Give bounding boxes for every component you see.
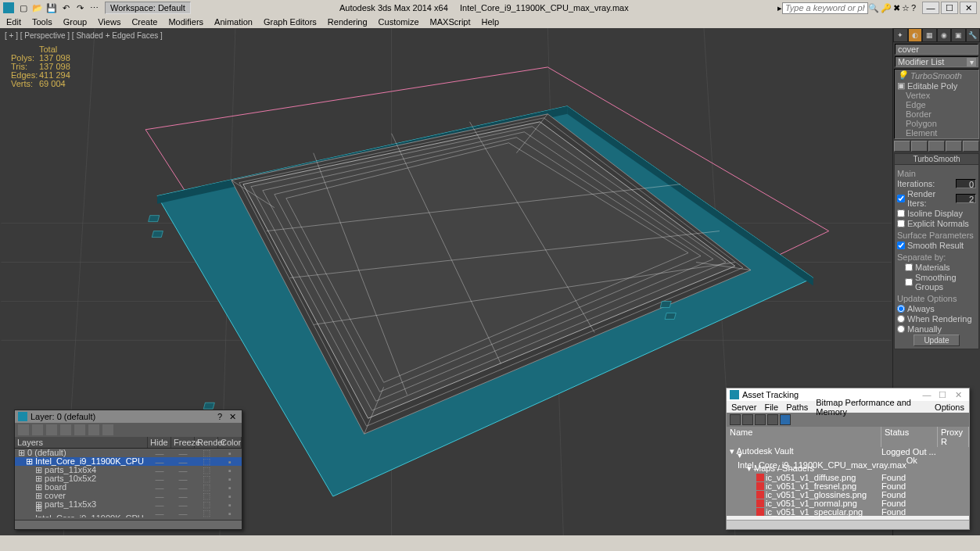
layer-scrollbar[interactable] (15, 520, 242, 529)
utilities-tab[interactable]: 🔧 (966, 28, 981, 42)
maximize-button[interactable]: ☐ (941, 2, 958, 14)
add-to-layer-button[interactable] (46, 424, 57, 435)
search-go-icon[interactable]: 🔍 (868, 3, 879, 13)
subobj-border[interactable]: Border (895, 109, 978, 119)
explicit-checkbox[interactable] (897, 220, 905, 227)
menu-animation[interactable]: Animation (214, 17, 253, 27)
open-icon[interactable]: 📂 (31, 2, 44, 14)
freeze-unfreeze-button[interactable] (102, 424, 113, 435)
exchange-icon[interactable]: ✖ (893, 3, 900, 13)
subobj-polygon[interactable]: Polygon (895, 119, 978, 128)
rollup-header[interactable]: TurboSmooth (895, 154, 978, 165)
update-always-radio[interactable] (897, 305, 905, 313)
hierarchy-tab[interactable]: ▦ (922, 28, 937, 42)
header-color[interactable]: Color (218, 437, 242, 448)
iterations-spinner[interactable]: 0 (956, 179, 976, 188)
subobj-vertex[interactable]: Vertex (895, 91, 978, 100)
layer-row[interactable]: ⊞ Intel_Core_i9_11900K_CPU——⬚▪ (15, 509, 242, 517)
asset-row[interactable]: ic_v051_v1_normal.pngFound (727, 499, 969, 507)
object-name-input[interactable]: cover (895, 44, 978, 55)
menu-maxscript[interactable]: MAXScript (430, 17, 471, 27)
asset-dialog-maximize-button[interactable]: ☐ (935, 390, 950, 400)
header-render[interactable]: Render (195, 437, 218, 448)
delete-layer-button[interactable] (32, 424, 43, 435)
mod-turbosmooth[interactable]: 💡 TurboSmooth (895, 70, 978, 81)
layer-dialog-close-button[interactable]: ✕ (226, 412, 239, 422)
asset-menu-file[interactable]: File (764, 403, 778, 412)
menu-create[interactable]: Create (131, 17, 157, 27)
project-icon[interactable]: ⋯ (88, 2, 100, 14)
header-freeze[interactable]: Freeze (171, 437, 195, 448)
asset-row[interactable]: ic_v051_v1_specular.pngFound (727, 507, 969, 516)
asset-menu-options[interactable]: Options (935, 403, 964, 412)
workspace-dropdown[interactable]: Workspace: Default (105, 2, 191, 14)
asset-scrollbar[interactable] (727, 520, 969, 529)
help-icon[interactable]: ? (911, 3, 916, 13)
layer-dialog-titlebar[interactable]: Layer: 0 (default) ? ✕ (15, 410, 242, 423)
asset-view3-button[interactable] (767, 414, 778, 425)
star-icon[interactable]: ☆ (902, 3, 910, 13)
asset-header-status[interactable]: Status (881, 427, 938, 447)
isoline-checkbox[interactable] (897, 209, 905, 217)
layer-dialog-help-button[interactable]: ? (214, 412, 226, 421)
asset-menu-bitmap[interactable]: Bitmap Performance and Memory (816, 398, 927, 417)
modify-tab[interactable]: ◐ (908, 28, 923, 42)
layer-tree[interactable]: ⊞ 0 (default)——⬚▪⊞ Intel_Core_i9_11900K_… (15, 449, 242, 517)
redo-icon[interactable]: ↷ (74, 2, 86, 14)
mod-editable-poly[interactable]: ▣ Editable Poly (895, 81, 978, 91)
update-button[interactable]: Update (914, 335, 959, 346)
asset-row[interactable]: ic_v051_v1_diffuse.pngFound (727, 473, 969, 481)
asset-row[interactable]: ▾ Maps / Shaders (727, 464, 969, 473)
asset-header-name[interactable]: Name (727, 427, 881, 447)
pin-stack-button[interactable] (894, 141, 910, 152)
asset-view4-button[interactable] (780, 414, 791, 425)
update-rendering-radio[interactable] (897, 315, 905, 323)
asset-tree[interactable]: ▾ Autodesk VaultLogged Out ...▾ Intel_Co… (727, 447, 969, 516)
undo-icon[interactable]: ↶ (59, 2, 72, 14)
header-hide[interactable]: Hide (148, 437, 171, 448)
asset-view1-button[interactable] (742, 414, 753, 425)
asset-menu-paths[interactable]: Paths (786, 403, 808, 412)
menu-graph-editors[interactable]: Graph Editors (264, 17, 317, 27)
new-layer-button[interactable] (18, 424, 29, 435)
highlight-select-button[interactable] (74, 424, 85, 435)
subobj-element[interactable]: Element (895, 128, 978, 138)
asset-row[interactable]: ic_v051_v1_glossines.pngFound (727, 490, 969, 499)
hide-unhide-button[interactable] (88, 424, 99, 435)
smoothing-groups-checkbox[interactable] (905, 278, 913, 286)
close-button[interactable]: ✕ (960, 2, 977, 14)
subobj-edge[interactable]: Edge (895, 100, 978, 109)
render-iters-checkbox[interactable] (897, 195, 905, 202)
save-icon[interactable]: 💾 (45, 2, 58, 14)
asset-view2-button[interactable] (755, 414, 766, 425)
update-manually-radio[interactable] (897, 325, 905, 333)
show-end-result-button[interactable] (911, 141, 928, 152)
remove-mod-button[interactable] (946, 141, 962, 152)
menu-modifiers[interactable]: Modifiers (168, 17, 203, 27)
menu-edit[interactable]: Edit (6, 17, 21, 27)
display-tab[interactable]: ▣ (951, 28, 966, 42)
modifier-stack[interactable]: 💡 TurboSmooth ▣ Editable Poly Vertex Edg… (894, 69, 979, 139)
asset-header-proxy[interactable]: Proxy R (938, 427, 969, 447)
key-icon[interactable]: 🔑 (881, 3, 892, 13)
create-tab[interactable]: ✦ (893, 28, 908, 42)
new-icon[interactable]: ▢ (17, 2, 30, 14)
asset-refresh-button[interactable] (730, 414, 741, 425)
asset-row[interactable]: ic_v051_v1_fresnel.pngFound (727, 481, 969, 490)
make-unique-button[interactable] (928, 141, 945, 152)
header-layers[interactable]: Layers (15, 437, 148, 448)
minimize-button[interactable]: — (922, 2, 939, 14)
menu-help[interactable]: Help (482, 17, 500, 27)
asset-dialog-close-button[interactable]: ✕ (950, 390, 966, 400)
menu-views[interactable]: Views (98, 17, 120, 27)
smooth-result-checkbox[interactable] (897, 242, 905, 249)
menu-tools[interactable]: Tools (32, 17, 52, 27)
asset-menu-server[interactable]: Server (731, 403, 756, 412)
menu-rendering[interactable]: Rendering (328, 17, 368, 27)
configure-sets-button[interactable] (963, 141, 979, 152)
modifier-list-dropdown[interactable]: Modifier List (895, 56, 978, 67)
render-iters-spinner[interactable]: 2 (956, 194, 976, 203)
menu-customize[interactable]: Customize (379, 17, 419, 27)
select-highlight-button[interactable] (60, 424, 71, 435)
menu-group[interactable]: Group (63, 17, 88, 27)
